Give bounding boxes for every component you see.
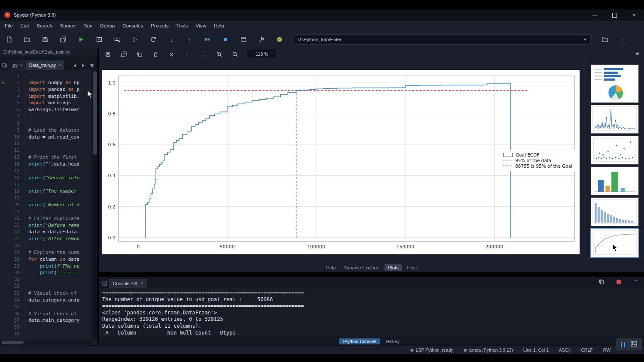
next-plot-icon[interactable]: →	[199, 50, 207, 58]
code-text: # Filter duplicate	[25, 215, 79, 222]
zoom-out-icon[interactable]	[231, 50, 239, 58]
pause-icon[interactable]	[621, 342, 625, 347]
line-number: 38	[0, 324, 25, 331]
copy-plot-icon[interactable]	[136, 50, 143, 58]
status-label: ASCII	[559, 347, 571, 353]
editor-vertical-scrollbar[interactable]	[92, 70, 97, 340]
plot-thumbnail-bar-chart[interactable]	[591, 166, 639, 196]
run-file-icon[interactable]	[77, 36, 85, 43]
menu-item-tools[interactable]: Tools	[173, 21, 192, 31]
code-line: 8	[0, 120, 92, 127]
dock-tab-help[interactable]: Help	[323, 264, 340, 271]
interrupt-kernel-icon[interactable]	[615, 278, 623, 286]
close-tab-icon[interactable]: ×	[20, 63, 23, 68]
code-line: 34data.category.uniq	[0, 297, 92, 304]
line-number: 28	[0, 256, 25, 263]
preferences-wrench-icon[interactable]	[258, 36, 265, 43]
editor-tab-label: Data_train.py	[29, 63, 56, 68]
run-cell-icon[interactable]	[95, 36, 103, 43]
console-tabbar: Console 1/A × ≡	[99, 277, 644, 288]
continue-execution-icon[interactable]	[204, 36, 211, 43]
console-tab[interactable]: Console 1/A ×	[109, 279, 147, 288]
editor-tab-Data_train-py[interactable]: Data_train.py×	[26, 60, 64, 70]
bottom-tab-history[interactable]: History	[382, 338, 404, 344]
scrollbar-thumb[interactable]	[1, 341, 24, 344]
run-selection-icon[interactable]	[131, 36, 139, 43]
step-into-icon[interactable]: ↓	[167, 36, 175, 43]
remove-all-plots-icon[interactable]: ×	[167, 50, 175, 58]
line-number: 4	[0, 93, 25, 100]
dock-tab-files[interactable]: Files	[403, 264, 420, 271]
close-console-icon[interactable]: ×	[140, 281, 143, 286]
line-number: 5	[0, 100, 25, 106]
working-directory-input[interactable]: D:\Python_Imp\Enter	[294, 34, 591, 45]
menu-item-source[interactable]: Source	[56, 21, 79, 31]
plot-thumbnail-decaying-bars[interactable]	[591, 197, 639, 226]
editor-tab--py[interactable]: .py×	[9, 60, 26, 70]
console-pane-icon[interactable]	[100, 279, 109, 288]
code-text	[25, 304, 28, 311]
plot-thumbnail-ecdf-curve[interactable]	[590, 228, 639, 258]
code-line: 3import pandas as p	[0, 86, 92, 93]
previous-tab-icon[interactable]: ◀	[71, 60, 79, 70]
close-button[interactable]: ×	[624, 9, 644, 21]
code-line: 29 print(f'The nu	[0, 263, 92, 270]
parent-directory-icon[interactable]: ↑	[619, 36, 627, 43]
previous-plot-icon[interactable]: ←	[183, 50, 191, 58]
line-number: 15	[0, 168, 25, 175]
maximize-button[interactable]	[605, 9, 624, 21]
save-plot-icon[interactable]	[104, 50, 112, 58]
bottom-tab-ipython-console[interactable]: IPython Console	[339, 338, 380, 344]
minimize-button[interactable]	[585, 9, 605, 21]
menu-item-help[interactable]: Help	[210, 21, 228, 31]
python-env-icon[interactable]	[276, 36, 283, 43]
browse-directory-icon[interactable]	[601, 36, 609, 43]
code-area[interactable]: 12⚠import numpy as np3import pandas as p…	[0, 70, 92, 340]
save-all-plots-icon[interactable]	[120, 50, 128, 58]
code-lines: 12⚠import numpy as np3import pandas as p…	[0, 72, 92, 338]
save-all-icon[interactable]	[59, 36, 67, 43]
rerun-cell-icon[interactable]	[149, 36, 157, 43]
remove-plot-icon[interactable]	[152, 50, 159, 58]
maximize-pane-icon[interactable]	[240, 36, 247, 43]
console-output[interactable]: ========================================…	[102, 290, 641, 337]
recorder-overlay	[616, 338, 642, 350]
chevron-down-icon[interactable]	[583, 39, 587, 41]
menu-item-edit[interactable]: Edit	[17, 21, 33, 31]
menu-item-file[interactable]: File	[1, 21, 17, 31]
menu-item-search[interactable]: Search	[33, 21, 56, 31]
open-file-icon[interactable]	[23, 36, 31, 43]
menu-item-projects[interactable]: Projects	[147, 21, 173, 31]
console-options-menu-icon[interactable]: ≡	[632, 278, 640, 286]
svg-text:0: 0	[137, 244, 140, 250]
line-number: 10	[0, 134, 25, 141]
zoom-level-field[interactable]: 118 %	[247, 50, 277, 58]
line-number: 12	[0, 147, 25, 154]
editor-horizontal-scrollbar[interactable]	[0, 341, 92, 344]
zoom-in-icon[interactable]	[215, 50, 223, 58]
console-copy-icon[interactable]	[598, 278, 605, 286]
plot-thumbnail-bars-and-pie[interactable]	[591, 64, 639, 103]
run-cell-advance-icon[interactable]	[113, 36, 121, 43]
status-label: RW	[603, 347, 611, 353]
new-file-icon[interactable]	[5, 36, 13, 43]
screenshot-icon[interactable]	[631, 341, 637, 348]
stop-debugging-icon[interactable]	[222, 36, 229, 43]
editor-options-menu-icon[interactable]: ≡	[88, 60, 96, 70]
menu-item-view[interactable]: View	[192, 21, 210, 31]
plot-thumbnail-scatter[interactable]	[591, 136, 639, 165]
dock-tab-variable-explorer[interactable]: Variable Explorer	[340, 264, 383, 271]
next-tab-icon[interactable]: ▶	[79, 60, 87, 70]
menu-item-consoles[interactable]: Consoles	[118, 21, 147, 31]
close-tab-icon[interactable]: ×	[58, 63, 61, 68]
dock-tab-plots[interactable]: Plots	[385, 264, 402, 271]
scrollbar-thumb[interactable]	[93, 71, 97, 155]
save-icon[interactable]	[41, 36, 49, 43]
browse-tabs-icon[interactable]	[1, 60, 9, 70]
code-line: 25print('After remov	[0, 235, 92, 242]
menu-item-debug[interactable]: Debug	[96, 21, 118, 31]
step-return-icon[interactable]: ↑	[185, 36, 193, 43]
plot-thumbnail-spiky-line[interactable]	[591, 105, 639, 134]
menu-item-run[interactable]: Run	[79, 21, 96, 31]
plots-options-menu-icon[interactable]: ≡	[635, 50, 639, 57]
